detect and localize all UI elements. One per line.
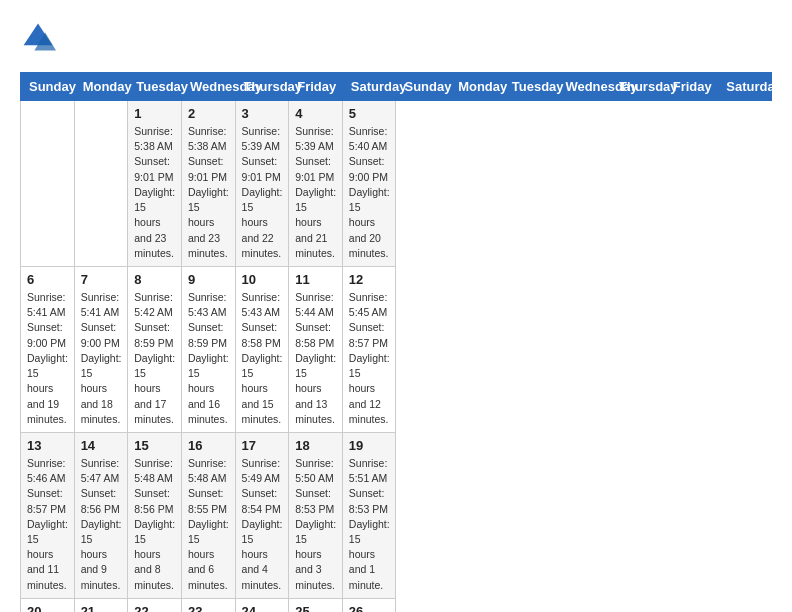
day-cell: 15Sunrise: 5:48 AMSunset: 8:56 PMDayligh… bbox=[128, 432, 182, 598]
header-friday: Friday bbox=[289, 73, 343, 101]
day-info: Sunrise: 5:41 AMSunset: 9:00 PMDaylight:… bbox=[81, 290, 122, 427]
day-number: 23 bbox=[188, 604, 229, 612]
day-number: 24 bbox=[242, 604, 283, 612]
logo bbox=[20, 20, 62, 56]
day-number: 16 bbox=[188, 438, 229, 453]
day-info: Sunrise: 5:49 AMSunset: 8:54 PMDaylight:… bbox=[242, 456, 283, 593]
week-row-2: 6Sunrise: 5:41 AMSunset: 9:00 PMDaylight… bbox=[21, 266, 772, 432]
header-thursday: Thursday bbox=[235, 73, 289, 101]
day-cell: 18Sunrise: 5:50 AMSunset: 8:53 PMDayligh… bbox=[289, 432, 343, 598]
header-saturday: Saturday bbox=[342, 73, 396, 101]
day-cell: 4Sunrise: 5:39 AMSunset: 9:01 PMDaylight… bbox=[289, 101, 343, 267]
day-cell: 12Sunrise: 5:45 AMSunset: 8:57 PMDayligh… bbox=[342, 266, 396, 432]
day-number: 18 bbox=[295, 438, 336, 453]
header-monday: Monday bbox=[74, 73, 128, 101]
calendar-header-row: SundayMondayTuesdayWednesdayThursdayFrid… bbox=[21, 73, 772, 101]
header-tuesday: Tuesday bbox=[128, 73, 182, 101]
day-info: Sunrise: 5:50 AMSunset: 8:53 PMDaylight:… bbox=[295, 456, 336, 593]
day-cell: 19Sunrise: 5:51 AMSunset: 8:53 PMDayligh… bbox=[342, 432, 396, 598]
day-cell: 11Sunrise: 5:44 AMSunset: 8:58 PMDayligh… bbox=[289, 266, 343, 432]
day-info: Sunrise: 5:43 AMSunset: 8:58 PMDaylight:… bbox=[242, 290, 283, 427]
day-number: 26 bbox=[349, 604, 390, 612]
day-info: Sunrise: 5:47 AMSunset: 8:56 PMDaylight:… bbox=[81, 456, 122, 593]
day-number: 6 bbox=[27, 272, 68, 287]
day-number: 9 bbox=[188, 272, 229, 287]
day-number: 10 bbox=[242, 272, 283, 287]
day-number: 25 bbox=[295, 604, 336, 612]
day-cell: 5Sunrise: 5:40 AMSunset: 9:00 PMDaylight… bbox=[342, 101, 396, 267]
day-number: 3 bbox=[242, 106, 283, 121]
col-header-tuesday: Tuesday bbox=[503, 73, 557, 101]
day-cell: 26Sunrise: 5:58 AMSunset: 8:46 PMDayligh… bbox=[342, 598, 396, 612]
day-number: 14 bbox=[81, 438, 122, 453]
day-cell bbox=[74, 101, 128, 267]
header-wednesday: Wednesday bbox=[181, 73, 235, 101]
day-cell: 23Sunrise: 5:55 AMSunset: 8:49 PMDayligh… bbox=[181, 598, 235, 612]
day-number: 15 bbox=[134, 438, 175, 453]
col-header-thursday: Thursday bbox=[611, 73, 665, 101]
day-number: 20 bbox=[27, 604, 68, 612]
logo-icon bbox=[20, 20, 56, 56]
day-cell: 1Sunrise: 5:38 AMSunset: 9:01 PMDaylight… bbox=[128, 101, 182, 267]
day-info: Sunrise: 5:39 AMSunset: 9:01 PMDaylight:… bbox=[242, 124, 283, 261]
day-info: Sunrise: 5:42 AMSunset: 8:59 PMDaylight:… bbox=[134, 290, 175, 427]
day-cell: 6Sunrise: 5:41 AMSunset: 9:00 PMDaylight… bbox=[21, 266, 75, 432]
day-number: 5 bbox=[349, 106, 390, 121]
col-header-monday: Monday bbox=[450, 73, 504, 101]
day-cell: 17Sunrise: 5:49 AMSunset: 8:54 PMDayligh… bbox=[235, 432, 289, 598]
day-info: Sunrise: 5:48 AMSunset: 8:56 PMDaylight:… bbox=[134, 456, 175, 593]
day-cell: 8Sunrise: 5:42 AMSunset: 8:59 PMDaylight… bbox=[128, 266, 182, 432]
calendar-table: SundayMondayTuesdayWednesdayThursdayFrid… bbox=[20, 72, 772, 612]
day-info: Sunrise: 5:43 AMSunset: 8:59 PMDaylight:… bbox=[188, 290, 229, 427]
header-sunday: Sunday bbox=[21, 73, 75, 101]
day-number: 8 bbox=[134, 272, 175, 287]
day-info: Sunrise: 5:38 AMSunset: 9:01 PMDaylight:… bbox=[134, 124, 175, 261]
day-info: Sunrise: 5:45 AMSunset: 8:57 PMDaylight:… bbox=[349, 290, 390, 427]
day-number: 4 bbox=[295, 106, 336, 121]
day-number: 22 bbox=[134, 604, 175, 612]
day-info: Sunrise: 5:44 AMSunset: 8:58 PMDaylight:… bbox=[295, 290, 336, 427]
col-header-friday: Friday bbox=[664, 73, 718, 101]
day-info: Sunrise: 5:41 AMSunset: 9:00 PMDaylight:… bbox=[27, 290, 68, 427]
col-header-sunday: Sunday bbox=[396, 73, 450, 101]
day-cell: 21Sunrise: 5:53 AMSunset: 8:51 PMDayligh… bbox=[74, 598, 128, 612]
day-cell: 13Sunrise: 5:46 AMSunset: 8:57 PMDayligh… bbox=[21, 432, 75, 598]
day-info: Sunrise: 5:38 AMSunset: 9:01 PMDaylight:… bbox=[188, 124, 229, 261]
day-cell: 14Sunrise: 5:47 AMSunset: 8:56 PMDayligh… bbox=[74, 432, 128, 598]
day-number: 21 bbox=[81, 604, 122, 612]
day-cell: 2Sunrise: 5:38 AMSunset: 9:01 PMDaylight… bbox=[181, 101, 235, 267]
day-number: 1 bbox=[134, 106, 175, 121]
day-cell: 9Sunrise: 5:43 AMSunset: 8:59 PMDaylight… bbox=[181, 266, 235, 432]
day-cell bbox=[21, 101, 75, 267]
week-row-1: 1Sunrise: 5:38 AMSunset: 9:01 PMDaylight… bbox=[21, 101, 772, 267]
week-row-4: 20Sunrise: 5:52 AMSunset: 8:52 PMDayligh… bbox=[21, 598, 772, 612]
day-info: Sunrise: 5:39 AMSunset: 9:01 PMDaylight:… bbox=[295, 124, 336, 261]
day-cell: 24Sunrise: 5:56 AMSunset: 8:48 PMDayligh… bbox=[235, 598, 289, 612]
week-row-3: 13Sunrise: 5:46 AMSunset: 8:57 PMDayligh… bbox=[21, 432, 772, 598]
day-cell: 25Sunrise: 5:57 AMSunset: 8:47 PMDayligh… bbox=[289, 598, 343, 612]
day-info: Sunrise: 5:46 AMSunset: 8:57 PMDaylight:… bbox=[27, 456, 68, 593]
day-number: 7 bbox=[81, 272, 122, 287]
col-header-saturday: Saturday bbox=[718, 73, 772, 101]
day-cell: 20Sunrise: 5:52 AMSunset: 8:52 PMDayligh… bbox=[21, 598, 75, 612]
day-cell: 10Sunrise: 5:43 AMSunset: 8:58 PMDayligh… bbox=[235, 266, 289, 432]
day-info: Sunrise: 5:48 AMSunset: 8:55 PMDaylight:… bbox=[188, 456, 229, 593]
day-number: 2 bbox=[188, 106, 229, 121]
day-number: 17 bbox=[242, 438, 283, 453]
page-header bbox=[20, 20, 772, 56]
day-number: 11 bbox=[295, 272, 336, 287]
day-cell: 3Sunrise: 5:39 AMSunset: 9:01 PMDaylight… bbox=[235, 101, 289, 267]
day-info: Sunrise: 5:40 AMSunset: 9:00 PMDaylight:… bbox=[349, 124, 390, 261]
day-info: Sunrise: 5:51 AMSunset: 8:53 PMDaylight:… bbox=[349, 456, 390, 593]
day-cell: 22Sunrise: 5:54 AMSunset: 8:50 PMDayligh… bbox=[128, 598, 182, 612]
day-number: 19 bbox=[349, 438, 390, 453]
col-header-wednesday: Wednesday bbox=[557, 73, 611, 101]
day-number: 13 bbox=[27, 438, 68, 453]
day-number: 12 bbox=[349, 272, 390, 287]
day-cell: 7Sunrise: 5:41 AMSunset: 9:00 PMDaylight… bbox=[74, 266, 128, 432]
day-cell: 16Sunrise: 5:48 AMSunset: 8:55 PMDayligh… bbox=[181, 432, 235, 598]
